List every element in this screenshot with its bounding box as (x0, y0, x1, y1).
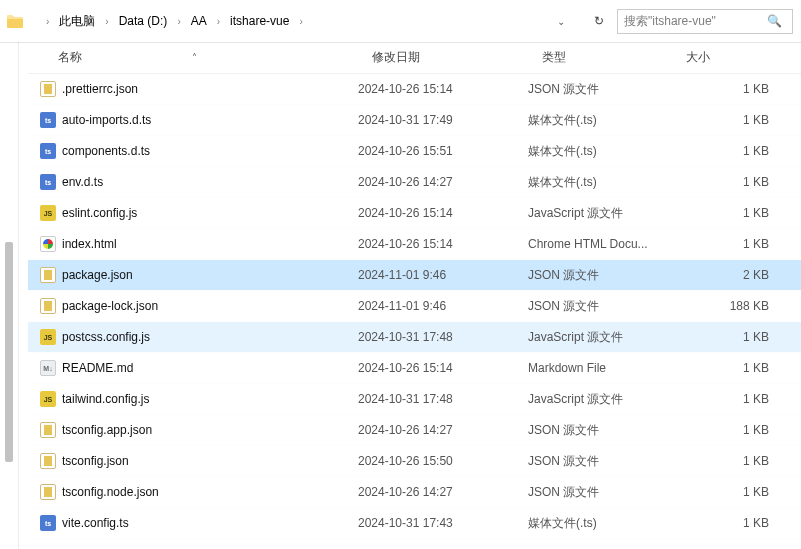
file-name: index.html (62, 237, 117, 251)
file-type: JavaScript 源文件 (528, 205, 672, 222)
js-file-icon (40, 205, 56, 221)
file-type: JSON 源文件 (528, 422, 672, 439)
file-type: JavaScript 源文件 (528, 391, 672, 408)
file-row[interactable]: index.html2024-10-26 15:14Chrome HTML Do… (28, 229, 801, 260)
file-type: JSON 源文件 (528, 298, 672, 315)
file-type: JSON 源文件 (528, 453, 672, 470)
chevron-right-icon[interactable]: › (175, 16, 182, 27)
file-size: 1 KB (672, 392, 801, 406)
file-row[interactable]: vite.config.ts2024-10-31 17:43媒体文件(.ts)1… (28, 508, 801, 539)
header-modified-label: 修改日期 (372, 49, 420, 66)
file-name: eslint.config.js (62, 206, 137, 220)
file-name-cell[interactable]: tsconfig.node.json (28, 484, 358, 500)
chevron-right-icon[interactable]: › (103, 16, 110, 27)
file-size: 1 KB (672, 485, 801, 499)
pane-splitter[interactable] (18, 42, 19, 549)
header-modified[interactable]: 修改日期 (372, 49, 542, 66)
file-type: 媒体文件(.ts) (528, 112, 672, 129)
file-type: Chrome HTML Docu... (528, 237, 672, 251)
file-name: tsconfig.app.json (62, 423, 152, 437)
breadcrumb-item[interactable]: Data (D:) (115, 12, 172, 30)
header-size-label: 大小 (686, 49, 710, 66)
file-row[interactable]: env.d.ts2024-10-26 14:27媒体文件(.ts)1 KB (28, 167, 801, 198)
file-name: components.d.ts (62, 144, 150, 158)
file-name-cell[interactable]: components.d.ts (28, 143, 358, 159)
header-type[interactable]: 类型 (542, 49, 686, 66)
file-type: 媒体文件(.ts) (528, 174, 672, 191)
history-dropdown[interactable]: ⌄ (557, 16, 589, 27)
chevron-right-icon[interactable]: › (215, 16, 222, 27)
file-name-cell[interactable]: index.html (28, 236, 358, 252)
file-name-cell[interactable]: .prettierrc.json (28, 81, 358, 97)
json-file-icon (40, 484, 56, 500)
file-name-cell[interactable]: vite.config.ts (28, 515, 358, 531)
file-name-cell[interactable]: postcss.config.js (28, 329, 358, 345)
file-size: 1 KB (672, 206, 801, 220)
file-name-cell[interactable]: env.d.ts (28, 174, 358, 190)
file-type: JSON 源文件 (528, 484, 672, 501)
file-size: 1 KB (672, 516, 801, 530)
file-modified: 2024-10-26 15:14 (358, 206, 528, 220)
file-modified: 2024-10-31 17:48 (358, 330, 528, 344)
file-size: 188 KB (672, 299, 801, 313)
file-row[interactable]: tsconfig.app.json2024-10-26 14:27JSON 源文… (28, 415, 801, 446)
file-name-cell[interactable]: auto-imports.d.ts (28, 112, 358, 128)
file-name: vite.config.ts (62, 516, 129, 530)
search-input[interactable]: 搜索"itshare-vue" 🔍 (617, 9, 793, 34)
sort-ascending-icon: ˄ (192, 52, 197, 63)
search-icon[interactable]: 🔍 (767, 10, 786, 33)
header-name[interactable]: 名称 ˄ (42, 49, 372, 66)
js-file-icon (40, 329, 56, 345)
file-type: JSON 源文件 (528, 81, 672, 98)
file-name-cell[interactable]: eslint.config.js (28, 205, 358, 221)
file-name-cell[interactable]: tailwind.config.js (28, 391, 358, 407)
file-row[interactable]: postcss.config.js2024-10-31 17:48JavaScr… (28, 322, 801, 353)
file-modified: 2024-11-01 9:46 (358, 299, 528, 313)
file-name: tsconfig.node.json (62, 485, 159, 499)
file-modified: 2024-11-01 9:46 (358, 268, 528, 282)
file-size: 1 KB (672, 423, 801, 437)
md-file-icon (40, 360, 56, 376)
file-size: 1 KB (672, 175, 801, 189)
file-row[interactable]: .prettierrc.json2024-10-26 15:14JSON 源文件… (28, 74, 801, 105)
file-modified: 2024-10-26 15:14 (358, 82, 528, 96)
file-name-cell[interactable]: tsconfig.app.json (28, 422, 358, 438)
breadcrumb-item[interactable]: 此电脑 (55, 11, 99, 32)
file-modified: 2024-10-31 17:43 (358, 516, 528, 530)
file-row[interactable]: package.json2024-11-01 9:46JSON 源文件2 KB (28, 260, 801, 291)
file-name-cell[interactable]: package-lock.json (28, 298, 358, 314)
file-row[interactable]: package-lock.json2024-11-01 9:46JSON 源文件… (28, 291, 801, 322)
file-name-cell[interactable]: package.json (28, 267, 358, 283)
file-name-cell[interactable]: tsconfig.json (28, 453, 358, 469)
json-file-icon (40, 81, 56, 97)
file-row[interactable]: README.md2024-10-26 15:14Markdown File1 … (28, 353, 801, 384)
file-name: auto-imports.d.ts (62, 113, 151, 127)
file-name: env.d.ts (62, 175, 103, 189)
header-type-label: 类型 (542, 49, 566, 66)
file-size: 1 KB (672, 454, 801, 468)
file-size: 1 KB (672, 361, 801, 375)
file-row[interactable]: components.d.ts2024-10-26 15:51媒体文件(.ts)… (28, 136, 801, 167)
file-name-cell[interactable]: README.md (28, 360, 358, 376)
file-name: README.md (62, 361, 133, 375)
header-size[interactable]: 大小 (686, 49, 801, 66)
ts-file-icon (40, 174, 56, 190)
file-row[interactable]: tailwind.config.js2024-10-31 17:48JavaSc… (28, 384, 801, 415)
breadcrumb-item[interactable]: itshare-vue (226, 12, 293, 30)
file-type: JSON 源文件 (528, 267, 672, 284)
file-modified: 2024-10-31 17:48 (358, 392, 528, 406)
chevron-right-icon[interactable]: › (297, 16, 304, 27)
file-row[interactable]: auto-imports.d.ts2024-10-31 17:49媒体文件(.t… (28, 105, 801, 136)
scrollbar-thumb[interactable] (5, 242, 13, 462)
breadcrumb[interactable]: › 此电脑 › Data (D:) › AA › itshare-vue › (24, 11, 457, 32)
html-file-icon (40, 236, 56, 252)
breadcrumb-item[interactable]: AA (187, 12, 211, 30)
file-row[interactable]: tsconfig.node.json2024-10-26 14:27JSON 源… (28, 477, 801, 508)
file-row[interactable]: tsconfig.json2024-10-26 15:50JSON 源文件1 K… (28, 446, 801, 477)
file-name: .prettierrc.json (62, 82, 138, 96)
folder-icon (6, 14, 24, 28)
refresh-button[interactable]: ↻ (589, 14, 617, 28)
file-row[interactable]: eslint.config.js2024-10-26 15:14JavaScri… (28, 198, 801, 229)
chevron-right-icon[interactable]: › (44, 16, 51, 27)
nav-scrollbar[interactable] (2, 42, 16, 543)
